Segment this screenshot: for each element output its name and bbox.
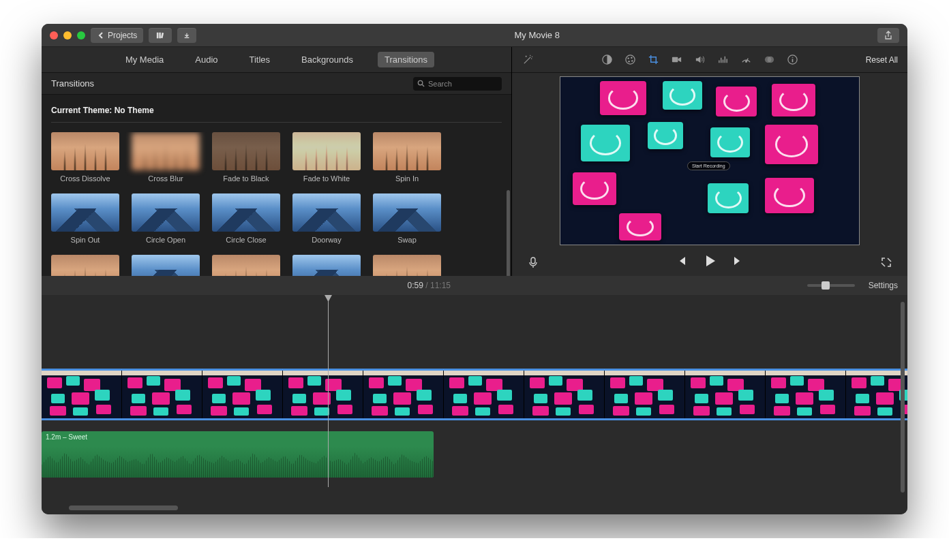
transition-fade-to-white[interactable]: Fade to White bbox=[292, 132, 361, 183]
transition-label: Fade to Black bbox=[223, 174, 269, 183]
overlay-icon[interactable] bbox=[763, 54, 775, 66]
video-clip-thumb[interactable] bbox=[685, 371, 766, 418]
projects-back-button[interactable]: Projects bbox=[91, 28, 143, 43]
video-clip-thumb[interactable] bbox=[283, 371, 363, 418]
transition-cross-blur[interactable]: Cross Blur bbox=[132, 132, 200, 183]
video-track[interactable] bbox=[42, 369, 907, 420]
transition-thumbnail bbox=[373, 193, 441, 232]
transition-thumbnail bbox=[292, 193, 361, 232]
microphone-icon[interactable] bbox=[527, 256, 539, 268]
transition-thumbnail bbox=[51, 132, 119, 170]
video-clip-thumb[interactable] bbox=[605, 371, 685, 418]
zoom-window-icon[interactable] bbox=[77, 31, 85, 40]
video-clip-thumb[interactable] bbox=[363, 371, 444, 418]
playback-controls bbox=[512, 249, 907, 276]
svg-point-4 bbox=[626, 55, 635, 64]
transition-label: Swap bbox=[397, 236, 417, 244]
transition-spin-in[interactable]: Spin In bbox=[373, 132, 441, 183]
window-traffic-lights[interactable] bbox=[50, 31, 85, 40]
svg-rect-14 bbox=[531, 258, 535, 264]
search-placeholder: Search bbox=[428, 80, 452, 88]
video-camera-icon[interactable] bbox=[670, 54, 682, 66]
color-palette-icon[interactable] bbox=[624, 54, 636, 66]
divider bbox=[51, 122, 502, 123]
library-toggle-button[interactable] bbox=[149, 28, 172, 43]
play-button[interactable] bbox=[702, 253, 717, 271]
playhead[interactable] bbox=[328, 295, 329, 487]
transition-label: Circle Close bbox=[226, 236, 266, 244]
transition-doorway[interactable]: Doorway bbox=[292, 193, 361, 244]
audio-clip[interactable]: 1.2m – Sweet bbox=[42, 431, 434, 478]
svg-point-2 bbox=[418, 80, 422, 84]
timeline-zoom-slider[interactable] bbox=[807, 284, 855, 287]
transition-fade-to-black[interactable]: Fade to Black bbox=[212, 132, 280, 183]
projects-back-label: Projects bbox=[108, 31, 137, 40]
search-icon bbox=[417, 80, 425, 87]
transition-item[interactable] bbox=[51, 255, 119, 276]
import-button[interactable] bbox=[177, 28, 196, 43]
tab-my-media[interactable]: My Media bbox=[119, 52, 170, 67]
time-readout: 0:59 / 11:15 bbox=[51, 281, 807, 290]
search-input[interactable]: Search bbox=[413, 77, 502, 91]
close-window-icon[interactable] bbox=[50, 31, 58, 40]
equalizer-icon[interactable] bbox=[717, 54, 729, 66]
share-button[interactable] bbox=[877, 28, 899, 43]
speedometer-icon[interactable] bbox=[740, 54, 752, 66]
transition-label: Spin Out bbox=[71, 236, 100, 244]
speaker-icon[interactable] bbox=[693, 54, 706, 66]
video-clip-thumb[interactable] bbox=[42, 371, 122, 418]
next-button[interactable] bbox=[732, 255, 744, 270]
transition-thumbnail bbox=[292, 132, 361, 170]
crop-icon[interactable] bbox=[647, 54, 659, 66]
tab-titles[interactable]: Titles bbox=[243, 52, 277, 67]
tab-backgrounds[interactable]: Backgrounds bbox=[295, 52, 360, 67]
transition-label: Circle Open bbox=[146, 236, 185, 244]
timeline-settings-button[interactable]: Settings bbox=[869, 281, 898, 290]
prev-button[interactable] bbox=[675, 255, 687, 270]
svg-point-5 bbox=[627, 57, 629, 59]
preview-viewer[interactable]: Start Recording bbox=[512, 73, 907, 249]
transition-item[interactable] bbox=[132, 255, 200, 276]
preview-frame: Start Recording bbox=[560, 76, 860, 245]
transition-item[interactable] bbox=[292, 255, 361, 276]
window-title: My Movie 8 bbox=[196, 30, 877, 40]
minimize-window-icon[interactable] bbox=[63, 31, 72, 40]
svg-rect-1 bbox=[160, 32, 162, 38]
browser-scrollbar[interactable] bbox=[507, 190, 510, 276]
transition-spin-out[interactable]: Spin Out bbox=[51, 193, 119, 244]
viewer-pane: Reset All Start Recording bbox=[512, 47, 907, 276]
transition-label: Cross Dissolve bbox=[60, 174, 110, 183]
contrast-icon[interactable] bbox=[601, 54, 613, 66]
timeline-v-scrollbar[interactable] bbox=[901, 302, 905, 493]
video-clip-thumb[interactable] bbox=[524, 371, 605, 418]
svg-point-10 bbox=[745, 61, 747, 62]
video-clip-thumb[interactable] bbox=[122, 371, 202, 418]
timeline[interactable]: 1.2m – Sweet bbox=[42, 295, 907, 514]
fullscreen-icon[interactable] bbox=[880, 256, 892, 268]
transition-circle-close[interactable]: Circle Close bbox=[212, 193, 280, 244]
transition-swap[interactable]: Swap bbox=[373, 193, 441, 244]
transition-item[interactable] bbox=[212, 255, 280, 276]
total-duration: 11:15 bbox=[430, 281, 451, 290]
svg-point-8 bbox=[628, 61, 629, 62]
transition-item[interactable] bbox=[373, 255, 441, 276]
transition-cross-dissolve[interactable]: Cross Dissolve bbox=[51, 132, 119, 183]
app-window: Projects My Movie 8 My MediaAudioTitlesB… bbox=[42, 24, 907, 514]
tab-transitions[interactable]: Transitions bbox=[378, 52, 434, 67]
info-icon[interactable] bbox=[786, 54, 798, 66]
svg-point-12 bbox=[767, 57, 773, 63]
transition-circle-open[interactable]: Circle Open bbox=[132, 193, 200, 244]
browser-subheader-title: Transitions bbox=[51, 78, 413, 89]
current-theme-label: Current Theme: No Theme bbox=[42, 95, 511, 122]
video-clip-thumb[interactable] bbox=[444, 371, 524, 418]
video-clip-thumb[interactable] bbox=[846, 371, 907, 418]
tab-audio[interactable]: Audio bbox=[188, 52, 224, 67]
transition-thumbnail bbox=[51, 193, 119, 232]
reset-all-button[interactable]: Reset All bbox=[866, 55, 898, 65]
video-clip-thumb[interactable] bbox=[766, 371, 846, 418]
preview-badge: Start Recording bbox=[687, 161, 730, 170]
timeline-h-scrollbar[interactable] bbox=[69, 505, 178, 510]
magic-wand-icon[interactable] bbox=[522, 54, 534, 66]
video-clip-thumb[interactable] bbox=[202, 371, 283, 418]
transition-label: Spin In bbox=[395, 174, 419, 183]
